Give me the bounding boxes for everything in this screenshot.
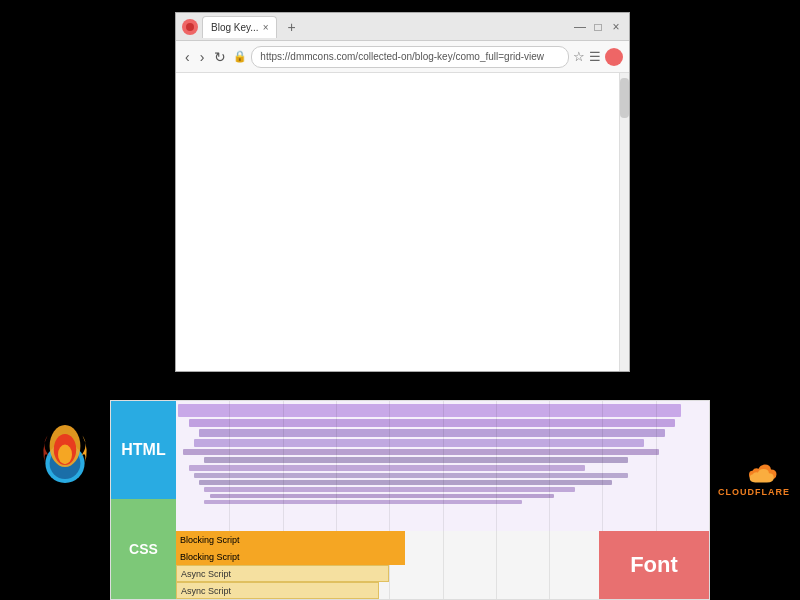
tab-close-button[interactable]: × xyxy=(263,22,269,33)
refresh-button[interactable]: ↻ xyxy=(211,47,229,67)
css-bar-2 xyxy=(189,419,676,427)
browser-scrollbar[interactable] xyxy=(619,73,629,371)
close-window-button[interactable]: × xyxy=(609,20,623,34)
html-label: HTML xyxy=(111,401,176,499)
script-font-section: Blocking Script Blocking Script Async Sc… xyxy=(176,531,709,599)
back-button[interactable]: ‹ xyxy=(182,47,193,67)
settings-icon[interactable]: ☰ xyxy=(589,49,601,64)
css-bar-12 xyxy=(204,500,521,504)
svg-point-0 xyxy=(186,23,194,31)
window-controls: — □ × xyxy=(573,20,623,34)
async-script-bar-1: Async Script xyxy=(176,565,389,582)
css-bar-3 xyxy=(199,429,665,437)
css-bar-5 xyxy=(183,449,659,455)
css-bar-7 xyxy=(189,465,586,471)
tab-title: Blog Key... xyxy=(211,22,259,33)
svg-point-5 xyxy=(58,445,72,465)
browser-tab-active[interactable]: Blog Key... × xyxy=(202,16,277,38)
css-bar-6 xyxy=(204,457,627,463)
browser-content xyxy=(176,73,629,371)
maximize-button[interactable]: □ xyxy=(591,20,605,34)
css-bar-10 xyxy=(204,487,574,492)
nav-icons-right: ☆ ☰ xyxy=(573,48,623,66)
cloudflare-label: CLOUDFLARE xyxy=(718,487,790,497)
css-bar-11 xyxy=(210,494,554,498)
blocking-script-bar-1: Blocking Script xyxy=(176,531,405,548)
css-bar-1 xyxy=(178,404,681,417)
firefox-logo xyxy=(30,425,100,495)
async-script-bar-2: Async Script xyxy=(176,582,379,599)
font-box: Font xyxy=(599,531,709,599)
address-bar[interactable]: https://dmmcons.com/collected-on/blog-ke… xyxy=(251,46,569,68)
waterfall-bars: Blocking Script Blocking Script Async Sc… xyxy=(176,401,709,599)
browser-titlebar: Blog Key... × + — □ × xyxy=(176,13,629,41)
avatar-icon[interactable] xyxy=(605,48,623,66)
minimize-button[interactable]: — xyxy=(573,20,587,34)
bookmark-icon[interactable]: ☆ xyxy=(573,49,585,64)
waterfall-labels: HTML CSS xyxy=(111,401,176,599)
security-lock-icon: 🔒 xyxy=(233,50,247,63)
forward-button[interactable]: › xyxy=(197,47,208,67)
browser-navbar: ‹ › ↻ 🔒 https://dmmcons.com/collected-on… xyxy=(176,41,629,73)
browser-favicon xyxy=(182,19,198,35)
new-tab-button[interactable]: + xyxy=(281,17,301,37)
css-parallel-bars xyxy=(176,401,709,531)
waterfall-section: HTML CSS xyxy=(110,400,710,600)
css-bar-8 xyxy=(194,473,628,478)
css-bar-9 xyxy=(199,480,612,485)
blocking-script-bar-2: Blocking Script xyxy=(176,548,405,565)
waterfall-inner: HTML CSS xyxy=(111,401,709,599)
url-text: https://dmmcons.com/collected-on/blog-ke… xyxy=(260,51,544,62)
css-bar-4 xyxy=(194,439,644,447)
browser-window: Blog Key... × + — □ × ‹ › ↻ 🔒 https://dm… xyxy=(175,12,630,372)
css-label: CSS xyxy=(111,499,176,599)
scrollbar-thumb[interactable] xyxy=(620,78,629,118)
cloudflare-logo: CLOUDFLARE xyxy=(718,460,790,497)
